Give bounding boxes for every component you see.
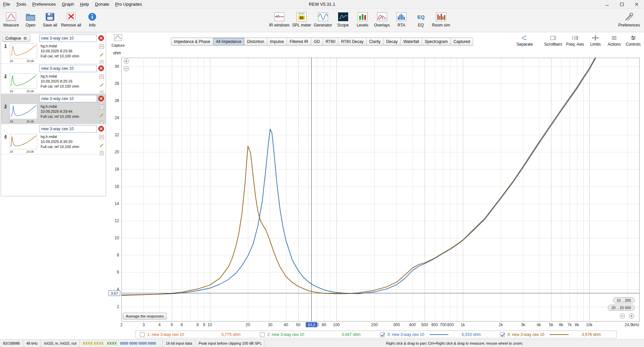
measurement-chart-icon[interactable] bbox=[99, 135, 104, 141]
preferences-button[interactable]: Preferences bbox=[617, 9, 641, 28]
measurement-thumbnail[interactable] bbox=[10, 43, 37, 59]
remove-all-button[interactable]: Remove all bbox=[60, 9, 83, 28]
tab-captured[interactable]: Captured bbox=[451, 38, 473, 46]
legend-label-2[interactable]: 2: new 3-way сен 10 bbox=[267, 332, 304, 337]
tab-impulse[interactable]: Impulse bbox=[267, 38, 287, 46]
rta-button[interactable]: RTA bbox=[392, 9, 411, 28]
collapse-panel-button[interactable]: Collapse bbox=[2, 35, 30, 42]
delete-icon bbox=[98, 96, 104, 101]
tab-rt60[interactable]: RT60 bbox=[323, 38, 338, 46]
menu-preferences[interactable]: Preferences bbox=[29, 0, 59, 9]
tab-rt60-decay[interactable]: RT60 Decay bbox=[338, 38, 366, 46]
measurement-thumbnail[interactable] bbox=[10, 73, 37, 89]
toolbar-left-group: Measure Open Save all Remove all Info bbox=[1, 9, 102, 28]
svg-text:800: 800 bbox=[447, 323, 454, 327]
impedance-chart[interactable]: 2468101214161820222426283023456891020304… bbox=[107, 47, 644, 331]
freq-axis-button[interactable]: Freq. Axis bbox=[566, 35, 584, 47]
measurement-notes-icon[interactable] bbox=[99, 151, 104, 157]
measurement-name-input[interactable] bbox=[39, 95, 97, 102]
x-zoom-in-button[interactable] bbox=[629, 313, 634, 319]
measurement-item-3[interactable]: 3 20 20,0k hg,h.mdat 10.09.2025 8:29:44 … bbox=[1, 94, 106, 124]
legend-checkbox-2[interactable] bbox=[260, 332, 265, 337]
delete-measurement-button[interactable] bbox=[98, 126, 104, 132]
delete-measurement-button[interactable] bbox=[98, 96, 104, 101]
delete-measurement-button[interactable] bbox=[98, 65, 104, 71]
measurement-file: hg,h.mdat bbox=[41, 134, 79, 139]
measurement-thumbnail[interactable] bbox=[10, 104, 37, 119]
legend-checkbox-1[interactable] bbox=[140, 332, 145, 337]
svg-text:10: 10 bbox=[115, 236, 119, 240]
room-sim-button[interactable]: Room sim bbox=[431, 9, 451, 28]
scope-button[interactable]: Scope bbox=[333, 9, 353, 28]
limits-button[interactable]: Limits bbox=[588, 35, 603, 47]
tab-impedance-phase[interactable]: Impedance & Phase bbox=[171, 38, 213, 46]
tab-spectrogram[interactable]: Spectrogram bbox=[422, 38, 451, 46]
menu-file[interactable]: File bbox=[0, 0, 13, 9]
legend-label-3[interactable]: 3: new 3-way сен 10 bbox=[387, 332, 424, 337]
measurement-item-2[interactable]: 2 20 20,0k hg,h.mdat 10.09.2025 8:25:16 … bbox=[1, 64, 106, 94]
measurement-edit-icon[interactable] bbox=[99, 82, 104, 88]
eq-button[interactable]: EQ EQ bbox=[411, 9, 431, 28]
freq-range-10-200-button[interactable]: 10 .. 200 bbox=[613, 297, 635, 303]
menu-graph[interactable]: Graph bbox=[59, 0, 77, 9]
tab-distortion[interactable]: Distortion bbox=[245, 38, 267, 46]
measurement-chart-icon[interactable] bbox=[99, 44, 104, 50]
freq-range-20-20000-button[interactable]: 20 .. 20 000 bbox=[608, 305, 635, 311]
y-zoom-in-button[interactable] bbox=[123, 58, 129, 64]
svg-text:6: 6 bbox=[117, 270, 119, 275]
separate-button[interactable]: Separate bbox=[517, 35, 533, 47]
scope-icon bbox=[337, 11, 349, 22]
y-zoom-out-button[interactable] bbox=[123, 66, 129, 71]
tab-decay[interactable]: Decay bbox=[383, 38, 400, 46]
delete-measurement-button[interactable] bbox=[98, 35, 104, 41]
actions-button[interactable]: Actions bbox=[607, 35, 622, 47]
svg-text:400: 400 bbox=[409, 323, 416, 327]
thumb-axis-max: 20,0k bbox=[26, 150, 34, 153]
generator-icon bbox=[317, 11, 329, 22]
menu-tools[interactable]: Tools bbox=[13, 0, 29, 9]
close-button[interactable] bbox=[629, 0, 644, 9]
svg-text:100: 100 bbox=[333, 323, 340, 327]
levels-button[interactable]: Levels bbox=[353, 9, 372, 28]
tab-gd[interactable]: GD bbox=[311, 38, 323, 46]
controls-button[interactable]: Controls bbox=[626, 35, 641, 47]
open-button[interactable]: Open bbox=[21, 9, 40, 28]
legend-label-1[interactable]: 1: new 3-way сен 10 bbox=[147, 332, 184, 337]
measurement-name-input[interactable] bbox=[39, 35, 97, 42]
overlays-button[interactable]: Overlays bbox=[372, 9, 392, 28]
tab-clarity[interactable]: Clarity bbox=[366, 38, 383, 46]
tab-filtered-ir[interactable]: Filtered IR bbox=[287, 38, 311, 46]
measurement-edit-icon[interactable] bbox=[99, 112, 104, 118]
x-zoom-out-button[interactable] bbox=[620, 313, 625, 319]
measurement-chart-icon[interactable] bbox=[99, 104, 104, 110]
capture-button[interactable]: Capture bbox=[111, 34, 125, 47]
legend-checkbox-4[interactable] bbox=[500, 332, 505, 337]
ir-windows-button[interactable]: IR windows bbox=[268, 9, 291, 28]
measurement-name-input[interactable] bbox=[39, 65, 97, 72]
measurement-thumbnail[interactable] bbox=[10, 134, 37, 149]
legend-label-4[interactable]: 4: new 3-way сен 10 bbox=[507, 332, 544, 337]
measurement-name-input[interactable] bbox=[39, 125, 97, 133]
tab-waterfall[interactable]: Waterfall bbox=[400, 38, 422, 46]
maximize-button[interactable] bbox=[614, 0, 629, 9]
menu-help[interactable]: Help bbox=[77, 0, 92, 9]
legend-item-3: 3: new 3-way сен 10 5,333 ohm bbox=[376, 331, 496, 338]
menu-donate[interactable]: Donate bbox=[92, 0, 112, 9]
measurement-edit-icon[interactable] bbox=[99, 52, 104, 58]
average-responses-button[interactable]: Average the responses bbox=[123, 313, 167, 319]
measure-button[interactable]: Measure bbox=[1, 9, 21, 28]
legend-checkbox-3[interactable] bbox=[380, 332, 385, 337]
scrollbars-button[interactable]: Scrollbars bbox=[544, 35, 562, 47]
tab-all-impedance[interactable]: All Impedance bbox=[213, 38, 245, 46]
menu-pro-upgrades[interactable]: Pro Upgrades bbox=[112, 0, 145, 9]
save-all-button[interactable]: Save all bbox=[40, 9, 60, 28]
spl-meter-button[interactable]: dB SPL83 SPL meter bbox=[291, 9, 312, 28]
minimize-button[interactable] bbox=[600, 0, 614, 9]
measurement-chart-icon[interactable] bbox=[99, 74, 104, 80]
svg-text:10k: 10k bbox=[586, 323, 593, 327]
generator-button[interactable]: Generator bbox=[313, 9, 333, 28]
measurement-item-4[interactable]: 4 20 20,0k hg,h.mdat 10.09.2025 8:30:20 … bbox=[1, 124, 106, 154]
info-button[interactable]: Info bbox=[83, 9, 102, 28]
save-icon bbox=[44, 11, 56, 22]
measurement-edit-icon[interactable] bbox=[99, 143, 104, 149]
